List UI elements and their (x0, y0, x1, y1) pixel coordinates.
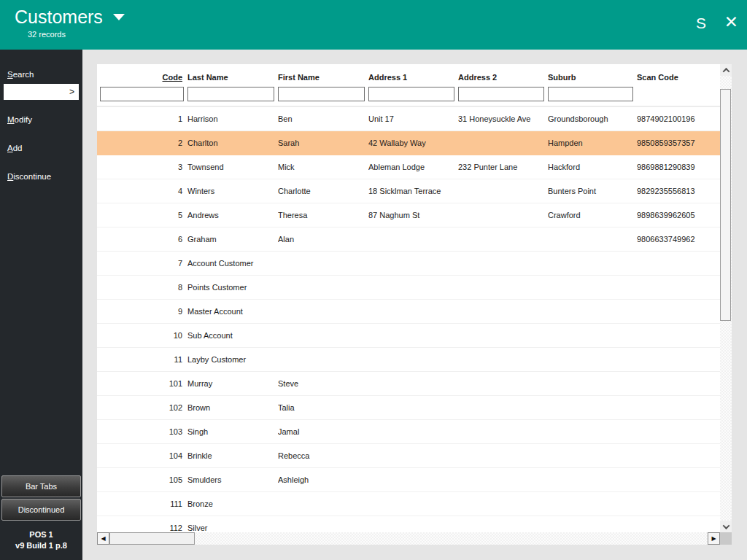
cell-first-name: Sarah (278, 139, 365, 147)
horizontal-scroll-thumb[interactable] (109, 532, 195, 545)
vertical-scroll-thumb[interactable] (720, 89, 731, 321)
table-row[interactable]: 6GrahamAlan9806633749962 (97, 228, 720, 252)
table-row[interactable]: 103SinghJamal (97, 420, 720, 444)
cell-last-name: Harrison (187, 114, 274, 123)
sidebar-item-modify[interactable]: Modify (7, 115, 82, 124)
settings-button[interactable]: S (696, 15, 706, 32)
table-row[interactable]: 9Master Account (97, 300, 720, 324)
cell-suburb: Groundsborough (548, 114, 633, 123)
cell-last-name: Andrews (187, 211, 274, 219)
cell-last-name: Master Account (187, 307, 274, 316)
cell-scan-code: 9829235556813 (637, 187, 720, 195)
table-row[interactable]: 111Bronze (97, 492, 720, 516)
page-title[interactable]: Customers (15, 7, 103, 28)
table-row[interactable]: 5AndrewsTheresa87 Naghum StCrawford98986… (97, 203, 720, 228)
search-label: Search (7, 70, 82, 79)
table-row[interactable]: 2CharltonSarah42 Wallaby WayHampden98508… (97, 131, 720, 155)
customer-table: CodeLast NameFirst NameAddress 1Address … (97, 64, 732, 545)
sidebar-item-discontinue[interactable]: Discontinue (7, 172, 82, 181)
filter-cell-last-name (187, 87, 274, 101)
filter-cell-address-1 (368, 87, 454, 101)
cell-scan-code: 9898639962605 (637, 211, 720, 219)
scroll-right-button[interactable]: ▶ (708, 532, 720, 545)
cell-first-name: Steve (278, 379, 365, 388)
cell-first-name: Talia (278, 403, 365, 412)
horizontal-scrollbar[interactable]: ◀ ▶ (97, 532, 732, 545)
discontinued-button[interactable]: Discontinued (1, 499, 81, 521)
table-row[interactable]: 1HarrisonBenUnit 1731 Honeysuckle AveGro… (97, 107, 720, 131)
dropdown-caret-icon[interactable] (113, 14, 125, 20)
filter-input-last-name[interactable] (187, 87, 274, 101)
column-header-scan-code[interactable]: Scan Code (637, 73, 720, 85)
column-header-address-2[interactable]: Address 2 (458, 73, 544, 85)
vertical-scroll-track[interactable] (720, 76, 732, 521)
filter-cell-first-name (278, 87, 365, 101)
filter-cell-suburb (548, 87, 633, 101)
column-header-suburb[interactable]: Suburb (548, 73, 633, 85)
scroll-left-button[interactable]: ◀ (97, 532, 109, 545)
cell-address1: Unit 17 (368, 114, 454, 123)
column-header-code[interactable]: Code (100, 73, 184, 85)
table-row[interactable]: 104BrinkleRebecca (97, 444, 720, 468)
filter-input-code[interactable] (100, 87, 184, 101)
cell-last-name: Points Customer (187, 283, 274, 292)
search-input[interactable] (4, 85, 68, 98)
cell-last-name: Graham (187, 235, 274, 244)
column-header-first-name[interactable]: First Name (278, 73, 365, 85)
cell-first-name: Mick (278, 163, 365, 171)
table-row[interactable]: 102BrownTalia (97, 396, 720, 420)
cell-code: 111 (100, 499, 184, 508)
table-row[interactable]: 11Layby Customer (97, 348, 720, 372)
filter-input-address-2[interactable] (458, 87, 544, 101)
cell-first-name: Theresa (278, 211, 365, 219)
version-label: v9 Build 1 p.8 (0, 540, 82, 551)
table-row[interactable]: 8Points Customer (97, 276, 720, 300)
cell-last-name: Singh (187, 427, 274, 436)
cell-address1: Ableman Lodge (368, 163, 454, 171)
column-header-last-name[interactable]: Last Name (187, 73, 274, 85)
sidebar: Search > ModifyAddDiscontinue Bar TabsDi… (0, 50, 82, 560)
cell-address1: 18 Sicklman Terrace (368, 187, 454, 195)
sidebar-item-add[interactable]: Add (7, 144, 82, 152)
table-row[interactable]: 105SmuldersAshleigh (97, 468, 720, 492)
cell-last-name: Brown (187, 403, 274, 412)
cell-last-name: Layby Customer (187, 355, 274, 364)
cell-code: 104 (100, 451, 184, 460)
cell-last-name: Bronze (187, 499, 274, 508)
cell-last-name: Murray (187, 379, 274, 388)
cell-code: 8 (100, 283, 184, 292)
scroll-up-button[interactable] (720, 64, 732, 76)
bar-tabs-button[interactable]: Bar Tabs (1, 475, 81, 497)
vertical-scrollbar[interactable] (720, 64, 732, 532)
table-row[interactable]: 10Sub Account (97, 324, 720, 348)
cell-last-name: Winters (187, 187, 274, 195)
cell-first-name: Alan (278, 235, 365, 244)
filter-input-first-name[interactable] (278, 87, 365, 101)
scroll-down-button[interactable] (720, 521, 732, 532)
cell-first-name: Rebecca (278, 451, 365, 460)
table-row[interactable]: 101MurraySteve (97, 372, 720, 396)
close-button[interactable]: ✕ (724, 12, 738, 32)
table-row[interactable]: 112Silver (97, 516, 720, 532)
cell-last-name: Townsend (187, 163, 274, 171)
filter-input-suburb[interactable] (548, 87, 633, 101)
filter-cell-code (100, 87, 184, 101)
horizontal-scroll-track[interactable] (109, 532, 708, 545)
table-row[interactable]: 4WintersCharlotte18 Sicklman TerraceBunt… (97, 179, 720, 203)
filter-input-address-1[interactable] (368, 87, 454, 101)
table-row[interactable]: 3TownsendMickAbleman Lodge232 Punter Lan… (97, 155, 720, 179)
chevron-down-icon (722, 522, 729, 529)
cell-code: 7 (100, 259, 184, 268)
cell-last-name: Account Customer (187, 259, 274, 268)
cell-first-name: Charlotte (278, 187, 365, 195)
column-header-address-1[interactable]: Address 1 (368, 73, 454, 85)
cell-code: 105 (100, 475, 184, 484)
search-go-button[interactable]: > (68, 87, 78, 97)
chevron-up-icon (722, 67, 729, 74)
cell-code: 11 (100, 355, 184, 364)
scrollbar-corner (720, 532, 732, 545)
table-row[interactable]: 7Account Customer (97, 252, 720, 276)
cell-address2: 31 Honeysuckle Ave (458, 114, 544, 123)
station-name: POS 1 (0, 529, 82, 540)
cell-last-name: Charlton (187, 139, 274, 147)
